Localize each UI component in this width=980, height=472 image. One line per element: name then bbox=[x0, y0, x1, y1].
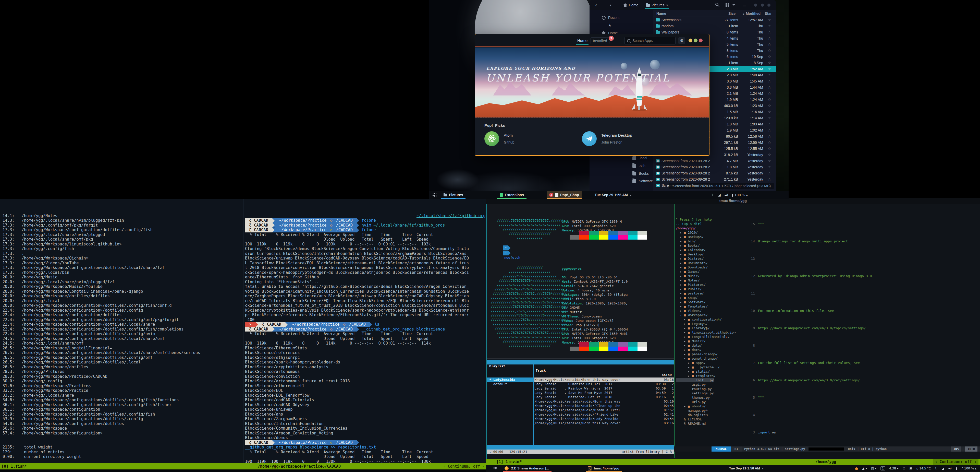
star-icon[interactable]: ☆ bbox=[763, 42, 776, 46]
tree-item[interactable]: ▸ ■ Notes/ bbox=[676, 278, 741, 282]
tree-item[interactable]: ▸ ■ docs/ bbox=[676, 348, 741, 352]
playlist-item[interactable]: default bbox=[487, 382, 533, 386]
track-row[interactable]: /home/ygg/Music/zenaida/Born this way co… bbox=[535, 421, 674, 425]
tree-item[interactable]: ▸ ■ templates/ bbox=[676, 374, 741, 378]
track-row[interactable]: Lady Zenaid . Save Me From Myse 201704:5… bbox=[535, 391, 674, 395]
tree-item[interactable]: ▸ ■ Distros/ bbox=[676, 257, 741, 261]
table-row[interactable]: random 1 item Thu ☆ bbox=[653, 23, 776, 29]
star-icon[interactable]: ☆ bbox=[763, 159, 776, 163]
vim-file-tree[interactable]: " Press ? for help.. (up a dir)/home/ygg… bbox=[676, 204, 741, 450]
apps-grid-icon[interactable] bbox=[493, 467, 497, 470]
tree-item[interactable]: manage.py* bbox=[676, 408, 741, 413]
star-icon[interactable]: ☆ bbox=[763, 110, 776, 114]
panel-item-tmux[interactable]: ›_ tmux /home/ygg bbox=[586, 465, 621, 472]
breadcrumb-pictures[interactable]: Pictures ▾ bbox=[644, 1, 671, 9]
tree-item[interactable]: .. (up a dir) bbox=[676, 222, 741, 226]
tree-item[interactable]: db.sqlite3 bbox=[676, 413, 741, 417]
tray-icon[interactable]: ▲ ▾ bbox=[862, 467, 867, 470]
table-row[interactable]: Screenshot from 2020-09-28 21-… 4.7 MB Y… bbox=[653, 158, 776, 164]
tree-item[interactable]: routing.py bbox=[676, 387, 741, 391]
tree-item[interactable]: ▸ ■ Books/ bbox=[676, 243, 741, 248]
close-button[interactable] bbox=[699, 38, 703, 42]
star-icon[interactable]: ☆ bbox=[763, 97, 776, 102]
playlist-item[interactable]: * LadyZenaida bbox=[487, 378, 533, 382]
gear-icon[interactable]: ⚙ bbox=[678, 37, 685, 44]
tree-item[interactable]: ▸ ■ Backups/ bbox=[676, 235, 741, 239]
table-row[interactable]: Screenshot from 2020-09-28 20-… 271.1 kB… bbox=[653, 176, 776, 182]
tree-item[interactable]: /home/ygg/ bbox=[676, 226, 741, 230]
star-icon[interactable]: ☆ bbox=[763, 24, 776, 28]
tray-icon[interactable]: ☾ bbox=[711, 193, 714, 197]
track-row[interactable]: /home/ygg/Music/zenaida/audio/'Friend Li… bbox=[535, 412, 674, 416]
terminal-pane-cadcad[interactable]: ~/.local/share/fzf/github_orgs ζ CADCAD … bbox=[244, 199, 486, 463]
tree-item[interactable]: ▸ ■ Software/ bbox=[676, 300, 741, 304]
vim-code-pane[interactable]: 15 """ 14 Django settings for django_mul… bbox=[741, 204, 980, 446]
search-input[interactable]: Search Apps bbox=[625, 37, 676, 45]
tree-item[interactable]: ▸ ■ pystore/ bbox=[676, 291, 741, 295]
maximize-button[interactable] bbox=[694, 38, 697, 42]
star-icon[interactable]: ☆ bbox=[763, 171, 776, 175]
star-icon[interactable]: ☆ bbox=[763, 153, 776, 157]
neofetch-pane[interactable]: //////.7676767676767676767,////// /////7… bbox=[487, 204, 674, 359]
music-player-pane[interactable]: Playlist Track 35:49 * LadyZenaida defau… bbox=[487, 359, 674, 458]
star-icon[interactable]: ☆ bbox=[763, 79, 776, 83]
tab-installed[interactable]: Installed bbox=[590, 37, 609, 44]
table-row[interactable]: Screenshots 27 items 12:57 AM ☆ bbox=[653, 17, 776, 23]
sidebar-bookmark[interactable]: Software bbox=[590, 177, 653, 185]
star-icon[interactable]: ☆ bbox=[763, 122, 776, 126]
track-row[interactable]: /home/ygg/Music/zenaida/audio/Dream a li… bbox=[535, 408, 674, 412]
star-icon[interactable]: ☆ bbox=[763, 104, 776, 108]
tree-item[interactable]: ▾ ■ Workspace/ bbox=[676, 313, 741, 317]
tray-icon[interactable]: 4.38 ▸ bbox=[889, 467, 899, 470]
tray-icon[interactable]: ▯ 100 % ▴ bbox=[962, 467, 977, 470]
star-icon[interactable]: ☆ bbox=[763, 36, 776, 40]
star-icon[interactable]: ☆ bbox=[763, 61, 776, 65]
banner[interactable]: EXPLORE YOUR HORIZONS AND UNLEASH YOUR P… bbox=[475, 48, 709, 118]
tray-icon[interactable]: ◢ bbox=[718, 193, 721, 197]
pick-telegram[interactable]: Telegram Desktop John Preston bbox=[582, 131, 632, 146]
tray-icon[interactable]: ◄) bbox=[948, 467, 952, 470]
tree-item[interactable]: ▸ ■ panel-django/ bbox=[676, 352, 741, 356]
search-icon[interactable] bbox=[715, 3, 720, 8]
star-icon[interactable]: ☆ bbox=[763, 147, 776, 151]
file-list-header[interactable]: Name Size ▲ Modified Star bbox=[653, 10, 776, 17]
tree-item[interactable]: ▸ ■ Calendar/ bbox=[676, 248, 741, 252]
tmux-session-label[interactable]: [0] 1:fish* bbox=[0, 464, 27, 469]
terminal-pane-fish[interactable]: 14.1: /home/ygg/Notes14.3: /home/ygg/.lo… bbox=[0, 199, 243, 463]
star-icon[interactable]: ☆ bbox=[763, 140, 776, 145]
window-controls[interactable] bbox=[754, 3, 770, 6]
tree-item[interactable]: § LICENSE bbox=[676, 417, 741, 421]
tray-icon[interactable]: ◄) bbox=[724, 193, 728, 197]
tray-icon[interactable]: ▤ ▾ bbox=[871, 467, 877, 470]
pane-divider[interactable] bbox=[674, 204, 675, 458]
tree-item[interactable]: ▸ ■ data/ bbox=[676, 343, 741, 348]
star-icon[interactable]: ☆ bbox=[763, 67, 776, 71]
pane-divider[interactable] bbox=[243, 199, 243, 463]
panel-item-firefox[interactable]: (11) Shawn Anderson |... bbox=[503, 465, 551, 472]
pick-atom[interactable]: Atom Github bbox=[484, 131, 514, 146]
taskbar-item-popshop[interactable]: 3 Pop!_Shop bbox=[547, 191, 582, 199]
tree-item[interactable]: § README.md bbox=[676, 421, 741, 426]
tree-item[interactable]: settings.py bbox=[676, 391, 741, 395]
sidebar-item[interactable]: ★ bbox=[590, 21, 653, 29]
track-row[interactable]: /home/ygg/Music/zenaida/Born this way co… bbox=[535, 378, 674, 382]
tree-item[interactable]: ▸ ■ Music/ bbox=[676, 274, 741, 278]
minimize-button[interactable] bbox=[689, 38, 692, 42]
track-row[interactable]: /home/ygg/Music/zenaida/audio/Born this … bbox=[535, 399, 674, 403]
star-icon[interactable]: ☆ bbox=[763, 128, 776, 132]
tree-item[interactable]: themes.py bbox=[676, 395, 741, 400]
tray-icon[interactable]: ⌂ 14.5 °C bbox=[916, 467, 931, 470]
track-row[interactable]: /home/ygg/Music/zenaida/audio/“Clean up … bbox=[535, 403, 674, 408]
tray-icon[interactable]: ● bbox=[855, 466, 858, 470]
star-icon[interactable]: ☆ bbox=[763, 116, 776, 120]
tree-item[interactable]: ▸ ■ Videos/ bbox=[676, 309, 741, 313]
star-icon[interactable]: ☆ bbox=[763, 18, 776, 22]
taskbar-item-extensions[interactable]: Extensions bbox=[497, 191, 527, 199]
star-icon[interactable]: ☆ bbox=[763, 55, 776, 59]
tab-home[interactable]: Home bbox=[575, 37, 590, 44]
tree-item[interactable]: ▸ ■ Pictures/ bbox=[676, 282, 741, 287]
tree-item[interactable]: ▸ ■ __pycache__/ bbox=[676, 365, 741, 369]
star-icon[interactable]: ☆ bbox=[763, 30, 776, 34]
tray-icon[interactable]: ☉ bbox=[903, 467, 905, 470]
clock[interactable]: Tue Sep 29 1:56 AM● bbox=[729, 465, 764, 472]
